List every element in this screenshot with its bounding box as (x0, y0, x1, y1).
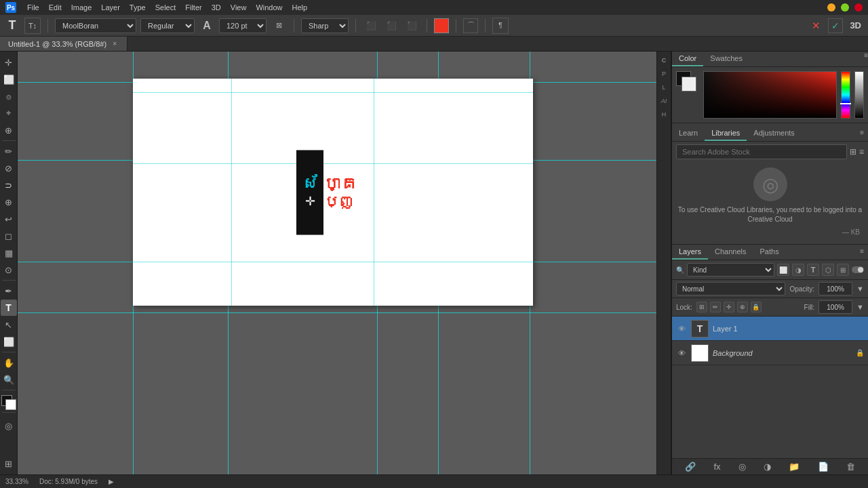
menu-view[interactable]: View (231, 3, 247, 12)
color-strip[interactable] (854, 71, 864, 119)
list-view-btn[interactable]: ≡ (859, 147, 864, 157)
layer-styles-btn[interactable]: fx (713, 462, 720, 472)
filter-toggle[interactable] (852, 266, 864, 273)
tool-clone[interactable]: ⊕ (1, 194, 17, 210)
menu-file[interactable]: File (27, 3, 39, 12)
grid-view-btn[interactable]: ⊞ (850, 147, 856, 157)
side-icon-history[interactable]: H (658, 108, 670, 121)
tool-crop[interactable]: ⊕ (1, 122, 17, 138)
layer-item-layer1[interactable]: 👁 T Layer 1 (672, 317, 868, 341)
menu-filter[interactable]: Filter (185, 3, 201, 12)
tab-color[interactable]: Color (672, 52, 703, 66)
tool-lasso[interactable]: ⌾ (1, 88, 17, 104)
anti-alias-select[interactable]: Sharp (301, 18, 349, 33)
maximize-button[interactable] (841, 3, 849, 12)
menu-3d[interactable]: 3D (212, 3, 221, 12)
fill-chevron-icon[interactable]: ▼ (856, 303, 864, 311)
tool-hand[interactable]: ✋ (1, 354, 17, 371)
fill-input[interactable] (818, 300, 852, 314)
lock-all-icon[interactable]: 🔒 (751, 302, 762, 312)
new-group-btn[interactable]: 📁 (789, 462, 800, 472)
3d-button[interactable]: 3D (847, 20, 864, 30)
menu-edit[interactable]: Edit (49, 3, 62, 12)
new-fill-adjustment-btn[interactable]: ◑ (764, 462, 771, 472)
character-paragraph-icon[interactable]: ¶ (492, 18, 509, 34)
background-color[interactable] (5, 399, 16, 410)
lock-artboard-icon[interactable]: ⊕ (737, 302, 748, 312)
menu-select[interactable]: Select (155, 3, 176, 12)
tool-path-select[interactable]: ↖ (1, 317, 17, 333)
layer-visibility-layer1[interactable]: 👁 (676, 323, 687, 334)
side-icon-ai[interactable]: AI (658, 95, 670, 107)
filter-pixel-icon[interactable]: ⬜ (777, 264, 789, 276)
tool-quick-select[interactable]: ⌖ (1, 105, 17, 121)
bg-color-swatch[interactable] (682, 77, 696, 92)
color-panel-expand[interactable]: ≡ (864, 52, 868, 66)
align-right-button[interactable]: ⬛ (403, 18, 420, 33)
tool-gradient[interactable]: ▦ (1, 245, 17, 261)
font-family-select[interactable]: MoolBoran (55, 18, 136, 33)
align-center-button[interactable]: ⬛ (383, 18, 399, 33)
close-button[interactable] (854, 3, 863, 12)
tool-zoom[interactable]: 🔍 (1, 371, 17, 388)
commit-edit-button[interactable]: ✓ (828, 18, 843, 33)
align-left-button[interactable]: ⬛ (363, 18, 379, 33)
tab-layers[interactable]: Layers (672, 245, 708, 260)
minimize-button[interactable] (827, 3, 835, 12)
tab-swatches[interactable]: Swatches (703, 52, 749, 66)
tool-pen[interactable]: ✒ (1, 283, 17, 299)
link-layers-btn[interactable]: 🔗 (685, 462, 696, 472)
close-tab-button[interactable]: × (111, 40, 119, 48)
tool-screen-mode[interactable]: ⊞ (1, 455, 17, 472)
delete-layer-btn[interactable]: 🗑 (846, 462, 855, 472)
menu-window[interactable]: Window (256, 3, 282, 12)
side-icon-properties[interactable]: P (658, 68, 670, 80)
canvas-area[interactable]: ស័ ✛ ហ្គ ប្ញ (18, 52, 656, 474)
text-color-swatch[interactable] (434, 18, 449, 33)
filter-shape-icon[interactable]: ⬡ (822, 264, 834, 276)
new-layer-btn[interactable]: 📄 (818, 462, 829, 472)
tab-channels[interactable]: Channels (708, 245, 753, 260)
filter-type-icon[interactable]: T (807, 264, 819, 276)
tool-marquee[interactable]: ⬜ (1, 71, 17, 87)
status-arrow-btn[interactable]: ▶ (108, 478, 114, 485)
menu-help[interactable]: Help (292, 3, 308, 12)
menu-image[interactable]: Image (71, 3, 92, 12)
lock-move-icon[interactable]: ✛ (724, 302, 734, 312)
opacity-input[interactable] (818, 282, 852, 296)
tool-shape[interactable]: ⬜ (1, 333, 17, 350)
tool-healing[interactable]: ⊘ (1, 160, 17, 176)
foreground-background-colors[interactable] (1, 395, 16, 410)
tool-eraser[interactable]: ◻ (1, 228, 17, 244)
tool-move[interactable]: ✛ (1, 54, 17, 70)
filter-smart-icon[interactable]: ⊞ (837, 264, 849, 276)
tool-type[interactable]: T (1, 300, 17, 316)
search-adobe-stock[interactable] (676, 144, 847, 159)
cancel-edit-button[interactable]: ✕ (808, 18, 824, 33)
layer-mask-btn[interactable]: ◎ (738, 462, 746, 472)
tab-adjustments[interactable]: Adjustments (747, 126, 802, 141)
document-tab[interactable]: Untitled-1 @ 33.3% (RGB/8#) × (0, 37, 127, 51)
menu-type[interactable]: Type (130, 3, 146, 12)
tool-eyedropper[interactable]: ✏ (1, 143, 17, 159)
tab-learn[interactable]: Learn (672, 126, 705, 141)
font-size-select[interactable]: 120 pt (219, 18, 267, 33)
lock-pixels-icon[interactable]: ⊞ (696, 302, 707, 312)
filter-kind-select[interactable]: Kind (687, 263, 774, 277)
side-icon-color[interactable]: C (658, 54, 670, 66)
lock-position-icon[interactable]: ✏ (710, 302, 721, 312)
side-icon-libraries[interactable]: L (658, 81, 670, 94)
blend-mode-select[interactable]: Normal (676, 282, 785, 296)
filter-adjustment-icon[interactable]: ◑ (792, 264, 804, 276)
tab-paths[interactable]: Paths (753, 245, 786, 260)
search-icon[interactable]: 🔍 (676, 266, 684, 274)
tool-brush[interactable]: ⊃ (1, 177, 17, 193)
warp-text-button[interactable]: ⌒ (463, 18, 478, 33)
libs-panel-expand[interactable]: ≡ (856, 126, 868, 141)
tool-quick-mask[interactable]: ◎ (1, 418, 17, 434)
color-gradient-box[interactable] (703, 71, 837, 119)
font-style-select[interactable]: Regular (140, 18, 195, 33)
opacity-chevron-icon[interactable]: ▼ (856, 285, 864, 293)
tool-history[interactable]: ↩ (1, 211, 17, 227)
menu-layer[interactable]: Layer (101, 3, 120, 12)
